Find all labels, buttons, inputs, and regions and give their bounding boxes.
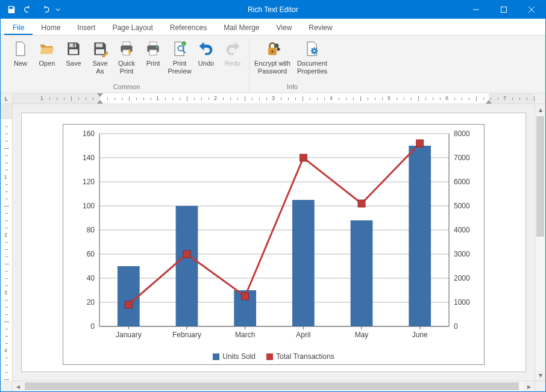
chevron-down-icon — [55, 7, 60, 12]
floppy-pen-icon — [90, 39, 110, 58]
redo-button: Redo — [220, 38, 245, 69]
tab-insert[interactable]: Insert — [69, 20, 104, 35]
vscroll-thumb[interactable] — [536, 116, 544, 237]
document-body-row: 1234 02040608010012014016001000200030004… — [1, 104, 545, 381]
new-button[interactable]: New — [8, 38, 33, 69]
undo-arrow-icon — [196, 39, 216, 58]
redo-arrow-icon — [223, 39, 242, 58]
tab-review[interactable]: Review — [300, 20, 340, 35]
open-button[interactable]: Open — [34, 38, 60, 69]
svg-text:March: March — [235, 331, 255, 339]
maximize-button[interactable] — [490, 1, 518, 19]
undo-label: Undo — [198, 60, 214, 67]
svg-rect-75 — [409, 146, 431, 326]
qat-redo-button[interactable] — [38, 2, 52, 17]
svg-text:5000: 5000 — [454, 202, 470, 210]
page-gear-icon — [303, 39, 322, 58]
svg-text:2000: 2000 — [454, 274, 470, 282]
vertical-ruler[interactable]: 1234 — [1, 104, 13, 381]
svg-text:January: January — [116, 331, 142, 339]
svg-text:80: 80 — [87, 226, 95, 234]
encrypt-label: Encrypt with Password — [254, 60, 290, 75]
svg-rect-7 — [123, 42, 130, 46]
print-label: Print — [146, 60, 160, 67]
encrypt-button[interactable]: Encrypt with Password — [253, 38, 292, 76]
horizontal-scrollbar[interactable]: ◂ ▸ — [13, 381, 535, 391]
save-as-label: Save As — [89, 60, 111, 75]
quick-print-button[interactable]: Quick Print — [114, 38, 139, 76]
folder-open-icon — [37, 39, 57, 58]
svg-text:February: February — [172, 331, 201, 339]
svg-text:June: June — [412, 331, 428, 339]
svg-line-29 — [316, 48, 317, 49]
svg-text:6000: 6000 — [454, 178, 470, 186]
ribbon-group-label: Info — [253, 82, 331, 93]
ribbon-group-info: Encrypt with PasswordDocument Properties… — [249, 38, 335, 93]
scroll-wedge — [535, 381, 545, 391]
print-preview-button[interactable]: ?Print Preview — [167, 38, 192, 76]
svg-point-13 — [156, 46, 158, 48]
svg-text:0: 0 — [90, 322, 95, 331]
qat-undo-button[interactable] — [21, 2, 36, 17]
svg-text:4000: 4000 — [454, 226, 470, 234]
svg-rect-12 — [149, 50, 157, 55]
tab-mail-merge[interactable]: Mail Merge — [215, 20, 268, 35]
svg-rect-3 — [73, 43, 75, 46]
svg-text:1000: 1000 — [454, 298, 470, 306]
tab-page-layout[interactable]: Page Layout — [104, 20, 161, 35]
legend-swatch-line — [266, 353, 273, 360]
svg-text:100: 100 — [83, 202, 95, 210]
svg-text:40: 40 — [87, 274, 95, 282]
chart-legend: Units Sold Total Transactions — [63, 352, 484, 361]
quick-print-label: Quick Print — [115, 60, 138, 75]
hscroll-thumb[interactable] — [25, 382, 519, 390]
vscroll-track[interactable] — [535, 115, 545, 370]
save-as-button[interactable]: Save As — [87, 38, 113, 76]
print-button[interactable]: Print — [140, 38, 166, 69]
svg-text:3000: 3000 — [454, 250, 470, 258]
svg-text:120: 120 — [83, 178, 95, 186]
page-magnify-icon: ? — [170, 39, 189, 58]
scroll-left-arrow[interactable]: ◂ — [13, 381, 24, 392]
printer-icon — [143, 39, 163, 58]
chart-object[interactable]: 0204060801001201401600100020003000400050… — [63, 124, 485, 365]
svg-text:?: ? — [183, 42, 185, 46]
window-controls — [462, 1, 545, 19]
save-label: Save — [66, 60, 81, 67]
horizontal-ruler[interactable]: 112345678 — [13, 93, 535, 104]
close-button[interactable] — [518, 1, 545, 19]
svg-rect-83 — [416, 140, 424, 147]
floppy-icon — [64, 39, 83, 58]
page-viewport[interactable]: 0204060801001201401600100020003000400050… — [13, 104, 535, 381]
qat-dropdown[interactable] — [55, 2, 61, 17]
svg-rect-78 — [125, 301, 132, 308]
scroll-right-arrow[interactable]: ▸ — [524, 381, 535, 392]
tab-file[interactable]: File — [4, 20, 33, 35]
tab-view[interactable]: View — [268, 20, 301, 35]
vertical-scrollbar[interactable]: ▴ ▾ — [535, 104, 545, 381]
minimize-button[interactable] — [462, 1, 490, 19]
svg-rect-80 — [242, 293, 249, 300]
printer-flash-icon — [117, 39, 136, 58]
print-preview-label: Print Preview — [168, 60, 191, 75]
save-button[interactable]: Save — [61, 38, 86, 69]
document-area: L 112345678 1234 02040608010012014016001… — [1, 93, 545, 391]
scroll-up-arrow[interactable]: ▴ — [535, 104, 546, 115]
svg-text:60: 60 — [87, 250, 95, 258]
svg-rect-1 — [501, 7, 507, 13]
svg-rect-4 — [69, 49, 78, 54]
svg-rect-81 — [300, 154, 307, 161]
svg-text:7000: 7000 — [454, 154, 470, 162]
svg-rect-79 — [183, 250, 190, 258]
undo-button[interactable]: Undo — [193, 38, 219, 69]
svg-text:140: 140 — [83, 154, 95, 162]
hscroll-track[interactable] — [24, 381, 524, 391]
doc-properties-button[interactable]: Document Properties — [293, 38, 331, 76]
qat-save-button[interactable] — [4, 2, 19, 17]
svg-point-21 — [313, 50, 316, 52]
maximize-icon — [501, 7, 507, 13]
tab-references[interactable]: References — [162, 20, 215, 35]
doc-properties-label: Document Properties — [294, 60, 330, 75]
tab-home[interactable]: Home — [33, 20, 69, 35]
scroll-down-arrow[interactable]: ▾ — [535, 370, 546, 381]
